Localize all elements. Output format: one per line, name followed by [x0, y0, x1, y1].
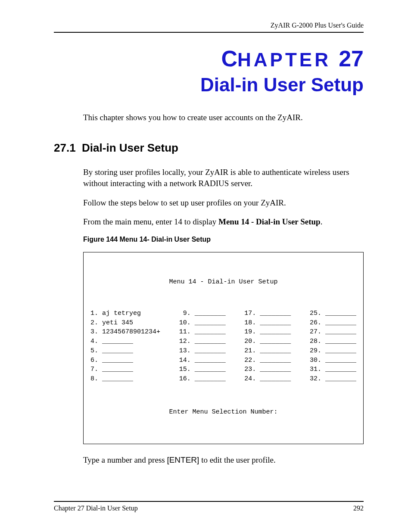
figure-caption: Figure 144 Menu 14- Dial-in User Setup [83, 236, 364, 243]
footer-page-number: 292 [353, 504, 364, 512]
menu-title: Menu 14 - Dial-in User Setup [90, 277, 356, 287]
section-heading: 27.1 Dial-in User Setup [54, 141, 364, 155]
p3-bold: Menu 14 - Dial-in User Setup [218, 217, 321, 226]
menu-col-1: 1. aj tetryeg 2. yeti 345 3. 12345678901… [90, 309, 160, 384]
section-title: Dial-in User Setup [82, 141, 178, 154]
header-guide-title: ZyAIR G-2000 Plus User's Guide [54, 22, 364, 29]
footer-left: Chapter 27 Dial-in User Setup [54, 504, 138, 512]
menu-col-4: 25. ________ 26. ________ 27. ________ 2… [310, 309, 356, 384]
chapter-label-rest: HAPTER [237, 49, 331, 70]
menu-columns: 1. aj tetryeg 2. yeti 345 3. 12345678901… [90, 309, 356, 384]
paragraph-3: From the main menu, enter 14 to display … [83, 216, 364, 228]
p3-post: . [321, 217, 323, 226]
chapter-label-c: C [221, 46, 237, 71]
p3-pre: From the main menu, enter 14 to display [83, 217, 218, 226]
chapter-number: 27 [339, 46, 364, 71]
paragraph-1: By storing user profiles locally, your Z… [83, 167, 364, 190]
footer-rule [54, 501, 364, 502]
menu-col-2: 9. ________ 10. ________ 11. ________ 12… [179, 309, 226, 384]
after-pre: Type a number and press [83, 455, 167, 464]
page-footer: Chapter 27 Dial-in User Setup 292 [54, 501, 364, 512]
section-number: 27.1 [54, 141, 76, 154]
menu-box: Menu 14 - Dial-in User Setup 1. aj tetry… [83, 252, 364, 444]
menu-col-3: 17. ________ 18. ________ 19. ________ 2… [244, 309, 291, 384]
paragraph-2: Follow the steps below to set up user pr… [83, 197, 364, 209]
header-rule [54, 32, 364, 33]
chapter-title: Dial-in User Setup [54, 74, 364, 96]
enter-key: [ENTER] [167, 455, 199, 464]
after-figure-text: Type a number and press [ENTER] to edit … [83, 455, 364, 465]
menu-footer: Enter Menu Selection Number: [90, 408, 356, 417]
chapter-intro: This chapter shows you how to create use… [83, 112, 364, 123]
after-post: to edit the user profile. [199, 455, 275, 464]
chapter-heading: CHAPTER 27 Dial-in User Setup [54, 46, 364, 96]
